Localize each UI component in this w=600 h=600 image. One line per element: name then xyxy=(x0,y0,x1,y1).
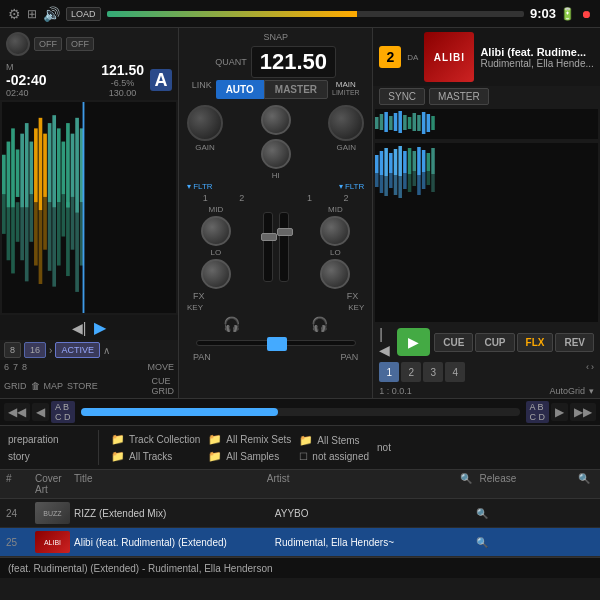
up-arrow-icon[interactable]: ∧ xyxy=(103,345,110,356)
left-mid-knob[interactable] xyxy=(201,216,231,246)
flx-button[interactable]: FLX xyxy=(517,333,554,352)
left-fader-knob xyxy=(261,233,277,241)
deck-info-row: M -02:40 02:40 121.50 -6.5% 130.00 A xyxy=(0,60,178,100)
sync-button[interactable]: SYNC xyxy=(379,88,425,105)
off-btn-2[interactable]: OFF xyxy=(66,37,94,51)
svg-rect-57 xyxy=(408,148,412,174)
battery-icon: 🔋 xyxy=(560,7,575,21)
off-btn-1[interactable]: OFF xyxy=(34,37,62,51)
cue-button[interactable]: CUE xyxy=(434,333,473,352)
left-hi-knob[interactable] xyxy=(261,105,291,135)
nav-ab-label-left: A B C D xyxy=(51,401,75,423)
center-mixer: SNAP QUANT 121.50 LINK AUTO MASTER MAIN … xyxy=(179,28,372,398)
limiter-label: LIMITER xyxy=(332,89,360,96)
svg-rect-2 xyxy=(11,128,15,207)
crossfader-track[interactable] xyxy=(196,340,356,346)
trash-icon[interactable]: 🗑 xyxy=(31,381,40,391)
right-gain-knob[interactable] xyxy=(328,105,364,141)
cup-button[interactable]: CUP xyxy=(475,333,514,352)
right-mid-knob[interactable] xyxy=(320,216,350,246)
chevron-left-icon[interactable]: ‹ xyxy=(586,362,589,382)
left-lo-knob[interactable] xyxy=(201,259,231,289)
cue-num-3[interactable]: 3 xyxy=(423,362,443,382)
svg-rect-52 xyxy=(385,148,389,176)
svg-rect-3 xyxy=(16,149,20,196)
right-master-button[interactable]: MASTER xyxy=(429,88,489,105)
right-lo-knob[interactable] xyxy=(320,259,350,289)
col-header-title: Title xyxy=(74,473,263,495)
folder-icon-2: 📁 xyxy=(111,450,125,463)
tab-remix-sets[interactable]: 📁 All Remix Sets xyxy=(208,433,291,446)
left-knob[interactable] xyxy=(6,32,30,56)
auto-button[interactable]: AUTO xyxy=(216,80,264,99)
cue-num-4[interactable]: 4 xyxy=(445,362,465,382)
cue-num-2[interactable]: 2 xyxy=(401,362,421,382)
left-fader-track[interactable] xyxy=(263,212,273,282)
svg-rect-22 xyxy=(20,208,24,261)
svg-rect-56 xyxy=(403,151,407,173)
right-hi-knob[interactable] xyxy=(261,139,291,169)
left-fx-1[interactable]: 1 xyxy=(203,193,208,203)
svg-rect-65 xyxy=(385,176,389,196)
right-fx-2[interactable]: 2 xyxy=(344,193,349,203)
tab-track-collection[interactable]: 📁 Track Collection xyxy=(111,433,200,446)
track-row-25[interactable]: 25 ALIBI Alibi (feat. Rudimental) (Exten… xyxy=(0,528,600,557)
sidebar-item-preparation[interactable]: preparation xyxy=(6,433,86,446)
nav-next-btn[interactable]: ▶ xyxy=(551,403,568,421)
track-25-search-icon[interactable]: 🔍 xyxy=(476,537,492,548)
svg-rect-39 xyxy=(385,112,389,132)
tab-all-samples[interactable]: 📁 All Samples xyxy=(208,450,291,463)
auto-grid-row: 1 : 0.0.1 AutoGrid ▾ xyxy=(373,384,600,398)
right-play-button[interactable]: ▶ xyxy=(397,328,430,356)
right-headphones-icon[interactable]: 🎧 xyxy=(311,316,328,332)
play-btn[interactable]: ▶ xyxy=(94,318,106,337)
settings-icon[interactable]: ⚙ xyxy=(8,6,21,22)
load-button[interactable]: LOAD xyxy=(66,7,101,21)
top-bar-center: 9:03 🔋 xyxy=(530,6,575,21)
right-gain-knob-col: GAIN xyxy=(328,105,364,180)
nav-back-btn[interactable]: ◀◀ xyxy=(4,403,30,421)
hotcue-16[interactable]: 16 xyxy=(24,342,46,358)
chevron-icon[interactable]: › xyxy=(49,345,52,356)
svg-rect-66 xyxy=(389,173,393,188)
nav-fwd-btn[interactable]: ▶▶ xyxy=(570,403,596,421)
hi-label: HI xyxy=(272,171,280,180)
right-fader-track[interactable] xyxy=(279,212,289,282)
svg-rect-73 xyxy=(422,172,426,189)
speaker-icon[interactable]: 🔊 xyxy=(43,6,60,22)
track-25-title: Alibi (feat. Rudimental) (Extended) xyxy=(74,537,271,548)
svg-rect-19 xyxy=(7,208,11,261)
nav-cd-text: C D xyxy=(55,412,71,422)
svg-rect-74 xyxy=(427,171,431,185)
left-headphones-icon[interactable]: 🎧 xyxy=(223,316,240,332)
track-24-search-icon[interactable]: 🔍 xyxy=(476,508,492,519)
snap-label: SNAP xyxy=(263,32,288,42)
left-waveform-svg xyxy=(2,102,176,313)
track-row-24[interactable]: 24 BUZZ RIZZ (Extended Mix) AYYBO 🔍 xyxy=(0,499,600,528)
rev-button[interactable]: REV xyxy=(555,333,594,352)
svg-rect-25 xyxy=(34,202,38,265)
browser-tab-col-2: 📁 All Remix Sets 📁 All Samples xyxy=(208,433,291,463)
nav-prev-btn[interactable]: ◀ xyxy=(32,403,49,421)
left-fx-2[interactable]: 2 xyxy=(239,193,244,203)
left-gain-knob-col: GAIN xyxy=(187,105,223,180)
chevron-right-icon[interactable]: › xyxy=(591,362,594,382)
deck-remaining: 02:40 xyxy=(6,88,95,98)
cue-num-1[interactable]: 1 xyxy=(379,362,399,382)
right-fx-1[interactable]: 1 xyxy=(307,193,312,203)
down-arrow-icon[interactable]: ▾ xyxy=(589,386,594,396)
tab-samples-label: All Samples xyxy=(226,451,279,462)
right-prev-icon[interactable]: |◀ xyxy=(379,326,393,358)
tab-not-assigned[interactable]: ☐ not assigned xyxy=(299,451,369,462)
hotcue-8[interactable]: 8 xyxy=(4,342,21,358)
left-gain-knob[interactable] xyxy=(187,105,223,141)
right-fader-knob xyxy=(277,228,293,236)
prev-btn[interactable]: ◀| xyxy=(72,320,87,336)
tab-all-stems[interactable]: 📁 All Stems xyxy=(299,434,369,447)
tab-all-tracks[interactable]: 📁 All Tracks xyxy=(111,450,200,463)
sidebar-item-story[interactable]: story xyxy=(6,450,86,463)
tab-not[interactable]: not xyxy=(377,442,391,453)
master-button[interactable]: MASTER xyxy=(264,80,328,99)
folder-icon-4: 📁 xyxy=(208,450,222,463)
left-waveform xyxy=(2,102,176,313)
